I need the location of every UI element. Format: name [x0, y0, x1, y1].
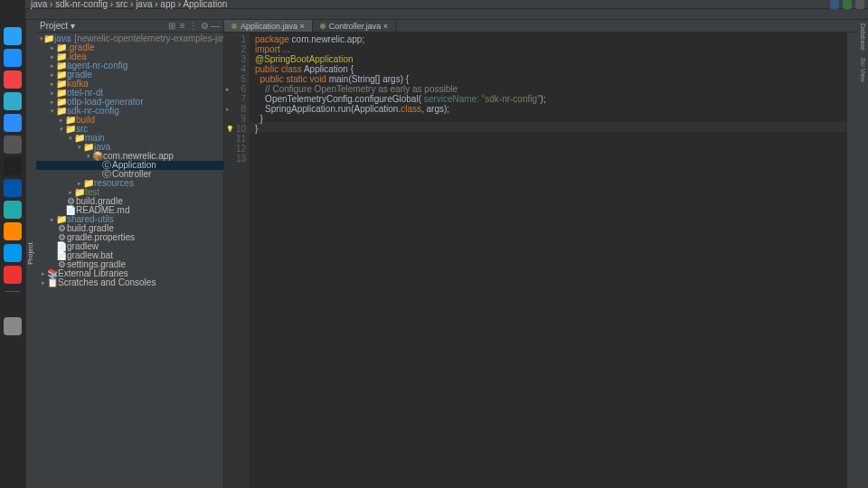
gutter[interactable]: 123456▸78▸910💡111213	[224, 33, 250, 488]
dock-safari-icon[interactable]	[4, 49, 22, 67]
project-pane: Project ▾ ⊞ ≡ ⋮ ⚙ — ▾📁java[newrelic-open…	[36, 20, 224, 488]
dock-code-icon[interactable]	[4, 179, 22, 197]
dock-idea-icon[interactable]	[4, 222, 22, 240]
top-right-tools	[830, 0, 864, 9]
toolbar	[25, 9, 868, 20]
right-tool-strip: Database Sci View	[857, 20, 868, 488]
editor-tab[interactable]: Controller.java ×	[313, 20, 396, 32]
project-view-selector[interactable]: Project ▾	[40, 21, 165, 31]
dock-vscode-icon[interactable]	[4, 201, 22, 219]
gear-icon[interactable]: ⚙	[200, 21, 209, 31]
dock-finder-icon[interactable]	[4, 27, 22, 45]
dock-docker-icon[interactable]	[4, 244, 22, 262]
settings-icon[interactable]	[855, 0, 864, 9]
dock-zoom-icon[interactable]	[4, 114, 22, 132]
breadcrumb-bar: java › sdk-nr-config › src › java › app …	[25, 0, 868, 9]
expand-icon[interactable]: ≡	[178, 21, 187, 31]
database-tool-tab[interactable]: Database	[860, 20, 866, 54]
error-stripe[interactable]	[846, 33, 857, 488]
dock-settings-icon[interactable]	[4, 136, 22, 154]
locate-icon[interactable]: ⊞	[167, 21, 176, 31]
tree-item[interactable]: ▾📁src	[36, 125, 223, 134]
dock-mail-icon[interactable]	[4, 92, 22, 110]
hide-icon[interactable]: —	[211, 21, 220, 31]
search-icon[interactable]	[843, 0, 852, 9]
breadcrumb[interactable]: java › sdk-nr-config › src › java › app …	[31, 0, 227, 9]
tree-item[interactable]: ▸📋Scratches and Consoles	[36, 278, 223, 287]
sciview-tool-tab[interactable]: Sci View	[860, 54, 866, 86]
dock-terminal-icon[interactable]	[4, 157, 22, 175]
code-editor[interactable]: package com.newrelic.app;import ...@Spri…	[250, 33, 846, 488]
tree-item[interactable]: ▸📁resources	[36, 179, 223, 188]
tree-item[interactable]: ▸📁test	[36, 188, 223, 197]
project-tree[interactable]: ▾📁java[newrelic-opentelemetry-examples-j…	[36, 33, 223, 488]
collapse-icon[interactable]: ⋮	[189, 21, 198, 31]
run-config-icon[interactable]	[830, 0, 839, 9]
dock-trash-icon[interactable]	[4, 317, 22, 335]
editor-tabs: Application.java ×Controller.java ×	[224, 20, 857, 33]
project-header: Project ▾ ⊞ ≡ ⋮ ⚙ —	[36, 20, 223, 33]
editor-tab[interactable]: Application.java ×	[224, 20, 313, 32]
macos-dock	[0, 0, 25, 488]
dock-intellij-icon[interactable]	[4, 266, 22, 284]
tree-item[interactable]: ▾📁main	[36, 134, 223, 143]
project-tool-tab[interactable]: Project	[25, 20, 36, 488]
dock-chrome-icon[interactable]	[4, 70, 22, 89]
